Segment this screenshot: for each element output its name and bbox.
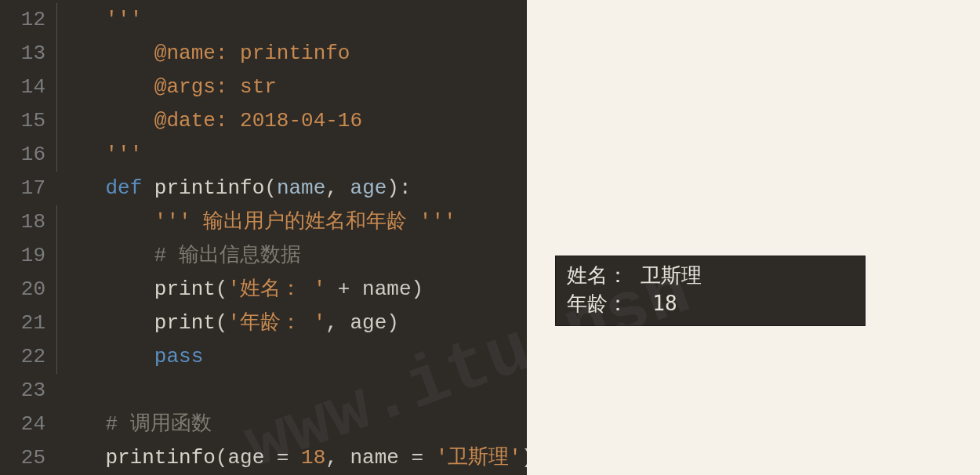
code-token: ) xyxy=(521,446,527,470)
code-token: ( xyxy=(216,277,228,301)
code-token: name xyxy=(277,176,325,200)
code-line[interactable]: @args: str xyxy=(56,71,527,104)
console-output-panel: 姓名： 卫斯理 年龄： 18 xyxy=(555,256,866,326)
line-number: 16 xyxy=(0,138,45,172)
line-number: 14 xyxy=(0,71,45,104)
line-number: 25 xyxy=(0,441,45,475)
code-token: '年龄： ' xyxy=(227,311,325,335)
code-line[interactable]: @name: printinfo xyxy=(56,37,527,71)
code-line[interactable]: print('年龄： ', age) xyxy=(56,306,527,340)
code-line[interactable]: ''' xyxy=(56,3,527,37)
code-line[interactable]: @date: 2018-04-16 xyxy=(56,104,527,138)
code-token: , age) xyxy=(325,311,399,335)
line-number: 20 xyxy=(0,273,45,306)
code-line[interactable] xyxy=(56,374,527,408)
code-token: '姓名： ' xyxy=(227,277,325,301)
console-line: 年龄： 18 xyxy=(567,289,854,317)
line-number: 24 xyxy=(0,408,45,441)
watermark-text: www.ituansn xyxy=(549,0,980,205)
code-token: (age = xyxy=(216,446,301,470)
line-number: 23 xyxy=(0,374,45,408)
code-line[interactable]: ''' 输出用户的姓名和年龄 ''' xyxy=(56,205,527,239)
code-token: ( xyxy=(264,176,277,200)
code-line[interactable]: pass xyxy=(56,340,527,374)
line-number: 19 xyxy=(0,239,45,273)
code-token: @name: printinfo xyxy=(154,42,350,65)
code-token: 18 xyxy=(301,446,325,470)
line-number: 17 xyxy=(0,172,45,205)
console-line: 姓名： 卫斯理 xyxy=(567,261,854,289)
line-number: 12 xyxy=(0,3,45,37)
line-number-gutter: 1213141516171819202122232425 xyxy=(0,0,56,475)
code-token: ''' 输出用户的姓名和年龄 ''' xyxy=(154,210,456,234)
code-line[interactable]: ''' xyxy=(56,138,527,172)
code-token: # 调用函数 xyxy=(105,412,211,436)
code-token: def xyxy=(105,176,154,200)
line-number: 13 xyxy=(0,37,45,71)
line-number: 15 xyxy=(0,104,45,138)
line-number: 21 xyxy=(0,306,45,340)
code-token: @args: str xyxy=(154,75,277,99)
code-token: @date: 2018-04-16 xyxy=(154,109,362,132)
code-token: age xyxy=(350,176,387,200)
code-token: pass xyxy=(154,345,203,368)
line-number: 18 xyxy=(0,205,45,239)
code-token: ): xyxy=(387,176,411,200)
code-token: + name) xyxy=(325,277,423,301)
code-token: '卫斯理' xyxy=(436,446,521,470)
code-line[interactable]: def printinfo(name, age): xyxy=(56,172,527,205)
code-line[interactable]: # 输出信息数据 xyxy=(56,239,527,273)
code-line[interactable]: printinfo(age = 18, name = '卫斯理') xyxy=(56,441,527,475)
line-number: 22 xyxy=(0,340,45,374)
code-editor-panel[interactable]: 1213141516171819202122232425 ''' @name: … xyxy=(0,0,527,475)
code-line[interactable]: # 调用函数 xyxy=(56,408,527,441)
code-area[interactable]: ''' @name: printinfo @args: str @date: 2… xyxy=(56,0,527,475)
code-token: # 输出信息数据 xyxy=(154,244,301,267)
code-token: , name = xyxy=(325,446,435,470)
code-token: printinfo xyxy=(154,176,264,200)
code-token: ''' xyxy=(105,143,142,166)
code-token: print xyxy=(154,311,216,335)
code-token: ''' xyxy=(105,8,142,31)
code-token: , xyxy=(325,176,350,200)
code-token: ( xyxy=(216,311,228,335)
code-token: print xyxy=(154,277,216,301)
code-token: printinfo xyxy=(105,446,215,470)
code-line[interactable]: print('姓名： ' + name) xyxy=(56,273,527,306)
